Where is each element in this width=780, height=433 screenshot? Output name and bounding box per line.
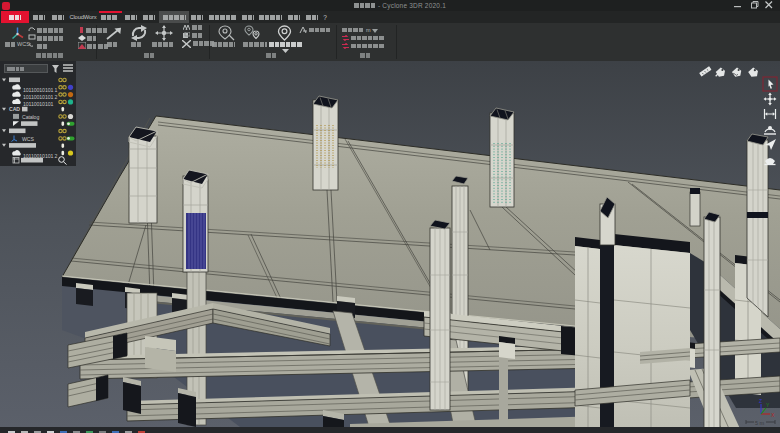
svg-text:5 m: 5 m xyxy=(755,420,765,426)
svg-text:10110010101 1: 10110010101 1 xyxy=(23,87,58,93)
svg-text:10110010101 2: 10110010101 2 xyxy=(23,94,58,100)
svg-text:10110010101 2: 10110010101 2 xyxy=(23,153,58,159)
svg-text:Catalog: Catalog xyxy=(22,114,39,120)
svg-text:WCS: WCS xyxy=(22,136,34,142)
svg-text:Z: Z xyxy=(759,398,762,404)
svg-text:CAD: CAD xyxy=(9,106,20,112)
svg-text:10110010101: 10110010101 xyxy=(23,101,53,107)
